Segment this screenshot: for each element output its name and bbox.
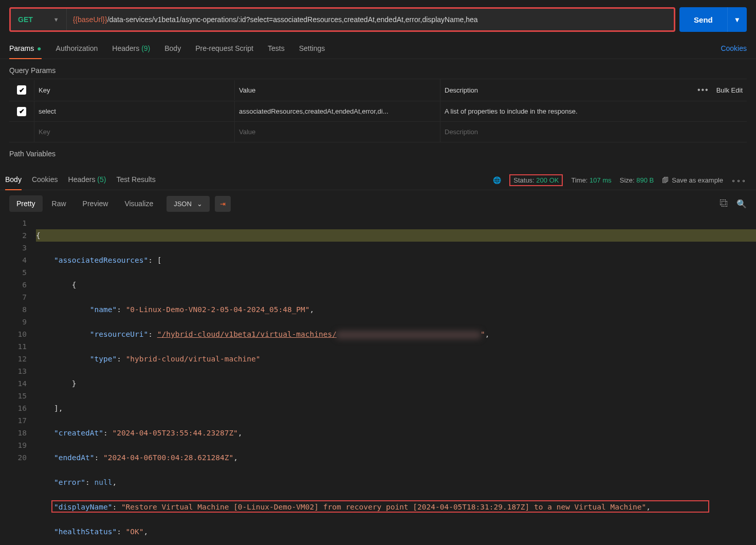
param-key-input[interactable]: select [34, 101, 234, 121]
param-desc-input[interactable]: A list of properties to include in the r… [440, 101, 747, 121]
columns-menu-icon[interactable]: ••• [697, 85, 709, 94]
save-as-example[interactable]: 🗐Save as example [662, 176, 723, 184]
param-value-input[interactable]: associatedResources,createdAt,endedAt,er… [234, 101, 440, 121]
search-icon[interactable]: 🔍 [736, 199, 747, 209]
url-variable: {{baseUrl}} [73, 15, 107, 24]
resp-tab-headers[interactable]: Headers (5) [68, 170, 106, 190]
view-raw[interactable]: Raw [45, 195, 73, 212]
request-bar: GET ▼ {{baseUrl}}/data-services/v1beta1/… [0, 0, 756, 39]
tab-tests[interactable]: Tests [268, 39, 285, 59]
send-dropdown[interactable]: ▼ [727, 7, 747, 32]
copy-icon[interactable]: ⿻ [720, 199, 728, 209]
request-tabs: Params ● Authorization Headers (9) Body … [0, 39, 756, 59]
param-key-input[interactable]: Key [34, 122, 234, 142]
tab-settings[interactable]: Settings [299, 39, 325, 59]
table-row-new: Key Value Description [9, 121, 747, 142]
url-group: GET ▼ {{baseUrl}}/data-services/v1beta1/… [9, 7, 675, 32]
bulk-edit-link[interactable]: Bulk Edit [716, 86, 743, 94]
line-gutter: 1234567891011121314151617181920 [0, 217, 36, 545]
tab-body[interactable]: Body [164, 39, 181, 59]
tab-params[interactable]: Params ● [9, 39, 42, 59]
status-indicator: Status: 200 OK [509, 174, 563, 186]
cookies-link[interactable]: Cookies [721, 39, 747, 59]
view-visualize[interactable]: Visualize [117, 195, 160, 212]
response-body[interactable]: 1234567891011121314151617181920 { "assoc… [0, 217, 756, 545]
save-icon: 🗐 [662, 176, 669, 184]
url-path: /data-services/v1beta1/async-operations/… [107, 15, 478, 24]
path-variables-title: Path Variables [0, 142, 756, 162]
resp-tab-cookies[interactable]: Cookies [32, 170, 58, 190]
url-input[interactable]: {{baseUrl}}/data-services/v1beta1/async-… [67, 15, 674, 24]
view-pretty[interactable]: Pretty [9, 195, 43, 212]
param-desc-input[interactable]: Description [440, 122, 747, 142]
code-content: { "associatedResources": [ { "name": "0-… [36, 217, 756, 545]
chevron-down-icon: ▼ [53, 16, 59, 23]
col-header-key: Key [34, 80, 234, 100]
wrap-lines-button[interactable]: ⇥ [215, 196, 231, 212]
row-checkbox[interactable]: ✔ [17, 107, 26, 116]
send-group: Send ▼ [679, 7, 747, 32]
method-select[interactable]: GET ▼ [11, 9, 67, 30]
params-dot-icon: ● [35, 44, 41, 52]
col-header-desc: Description [445, 86, 478, 94]
tab-authorization[interactable]: Authorization [56, 39, 98, 59]
tab-prerequest[interactable]: Pre-request Script [195, 39, 253, 59]
time-indicator: Time: 107 ms [571, 176, 611, 184]
size-indicator: Size: 890 B [620, 176, 654, 184]
response-header: Body Cookies Headers (5) Test Results 🌐 … [0, 170, 756, 190]
more-menu-icon[interactable]: ∘∘∘ [731, 176, 747, 184]
table-header-row: ✔ Key Value Description •••Bulk Edit [9, 79, 747, 101]
tab-headers[interactable]: Headers (9) [112, 39, 150, 59]
resp-tab-test-results[interactable]: Test Results [116, 170, 155, 190]
select-all-checkbox[interactable]: ✔ [17, 85, 26, 95]
view-preview[interactable]: Preview [76, 195, 116, 212]
col-header-value: Value [234, 80, 440, 100]
network-icon[interactable]: 🌐 [493, 176, 501, 184]
body-toolbar: Pretty Raw Preview Visualize JSON⌄ ⇥ ⿻ 🔍 [0, 190, 756, 217]
chevron-down-icon: ⌄ [197, 200, 202, 208]
table-row: ✔ select associatedResources,createdAt,e… [9, 101, 747, 121]
param-value-input[interactable]: Value [234, 122, 440, 142]
query-params-table: ✔ Key Value Description •••Bulk Edit ✔ s… [9, 79, 747, 142]
resp-tab-body[interactable]: Body [5, 170, 22, 190]
redacted-text [337, 331, 481, 339]
query-params-title: Query Params [0, 59, 756, 79]
chevron-down-icon: ▼ [734, 16, 741, 24]
format-select[interactable]: JSON⌄ [167, 196, 210, 212]
http-method: GET [18, 15, 33, 24]
send-button[interactable]: Send [679, 7, 727, 32]
